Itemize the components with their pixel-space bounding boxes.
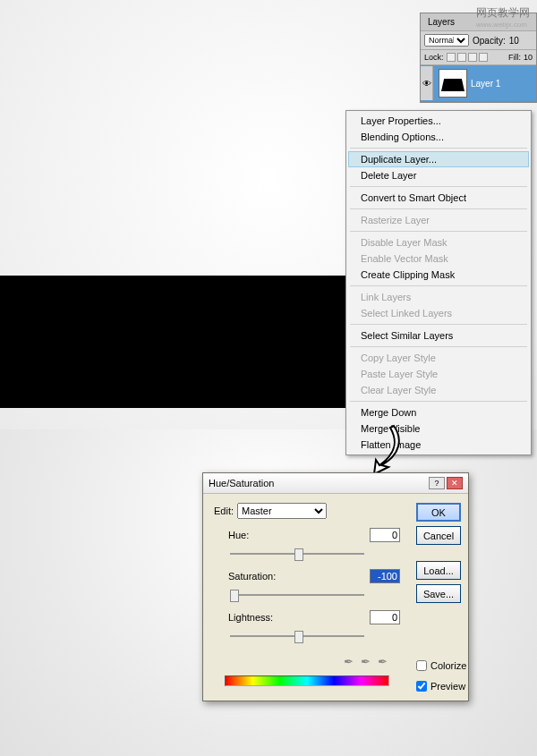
colorize-checkbox-row[interactable]: Colorize — [416, 660, 461, 671]
layers-blend-row: Normal Opacity: 10 — [421, 31, 536, 50]
eyedropper-add-icon[interactable]: ✒ — [361, 655, 371, 668]
menu-clear-layer-style: Clear Layer Style — [348, 382, 529, 398]
menu-separator — [350, 401, 527, 402]
lock-transparent-icon[interactable] — [447, 53, 456, 62]
layer-row[interactable]: 👁 Layer 1 — [421, 65, 536, 102]
menu-separator — [350, 231, 527, 232]
menu-blending-options[interactable]: Blending Options... — [348, 129, 529, 145]
menu-disable-layer-mask: Disable Layer Mask — [348, 234, 529, 251]
menu-copy-layer-style: Copy Layer Style — [348, 350, 529, 366]
shape-black-top — [0, 276, 374, 408]
colorize-checkbox[interactable] — [416, 660, 427, 671]
menu-link-layers: Link Layers — [348, 289, 529, 305]
lock-icons[interactable] — [447, 53, 488, 62]
watermark: 网页教学网 www.webjx.com — [476, 5, 530, 29]
menu-convert-smart-object[interactable]: Convert to Smart Object — [348, 190, 529, 206]
help-button[interactable]: ? — [429, 477, 445, 489]
menu-separator — [350, 186, 527, 187]
eyedropper-subtract-icon[interactable]: ✒ — [378, 655, 388, 668]
watermark-url: www.webjx.com — [476, 21, 530, 29]
saturation-slider[interactable] — [230, 587, 364, 605]
preview-checkbox[interactable] — [416, 681, 427, 692]
lock-all-icon[interactable] — [479, 53, 488, 62]
menu-separator — [350, 148, 527, 149]
dialog-titlebar[interactable]: Hue/Saturation ? ✕ — [203, 473, 468, 494]
lightness-slider[interactable] — [230, 628, 364, 646]
menu-select-linked-layers: Select Linked Layers — [348, 305, 529, 321]
menu-merge-down[interactable]: Merge Down — [348, 404, 529, 420]
menu-separator — [350, 208, 527, 209]
hue-slider[interactable] — [230, 546, 364, 564]
lock-position-icon[interactable] — [468, 53, 477, 62]
lightness-input[interactable] — [370, 610, 400, 624]
close-button[interactable]: ✕ — [447, 477, 463, 489]
fill-value[interactable]: 10 — [524, 53, 533, 62]
menu-enable-vector-mask: Enable Vector Mask — [348, 251, 529, 267]
load-button[interactable]: Load... — [416, 561, 461, 580]
hue-spectrum — [225, 675, 389, 686]
menu-select-similar-layers[interactable]: Select Similar Layers — [348, 327, 529, 344]
opacity-value[interactable]: 10 — [509, 36, 519, 46]
hue-input[interactable] — [370, 528, 400, 542]
menu-layer-properties[interactable]: Layer Properties... — [348, 113, 529, 129]
layer-context-menu: Layer Properties... Blending Options... … — [345, 110, 532, 455]
menu-separator — [350, 285, 527, 286]
layers-tab[interactable]: Layers — [424, 15, 458, 29]
save-button[interactable]: Save... — [416, 584, 461, 603]
menu-rasterize-layer: Rasterize Layer — [348, 212, 529, 228]
dialog-title: Hue/Saturation — [209, 478, 274, 488]
menu-separator — [350, 346, 527, 347]
opacity-label: Opacity: — [473, 36, 506, 46]
fill-label: Fill: — [508, 53, 521, 62]
menu-paste-layer-style: Paste Layer Style — [348, 366, 529, 382]
lock-label: Lock: — [424, 53, 444, 62]
edit-select[interactable]: Master — [237, 503, 327, 519]
saturation-input[interactable] — [370, 569, 400, 583]
edit-label: Edit: — [214, 505, 234, 516]
colorize-label: Colorize — [430, 660, 466, 671]
hue-saturation-dialog: Hue/Saturation ? ✕ Edit: Master Hue: Sat… — [202, 472, 469, 701]
lightness-label: Lightness: — [214, 612, 268, 623]
visibility-eye-icon[interactable]: 👁 — [421, 66, 433, 100]
ok-button[interactable]: OK — [416, 503, 461, 522]
menu-duplicate-layer[interactable]: Duplicate Layer... — [348, 151, 529, 167]
hue-label: Hue: — [214, 530, 268, 540]
preview-label: Preview — [430, 681, 465, 692]
blend-mode-select[interactable]: Normal — [424, 34, 469, 47]
menu-separator — [350, 324, 527, 325]
layers-lock-row: Lock: Fill: 10 — [421, 50, 536, 65]
preview-checkbox-row[interactable]: Preview — [416, 681, 461, 692]
menu-create-clipping-mask[interactable]: Create Clipping Mask — [348, 267, 529, 283]
watermark-title: 网页教学网 — [476, 6, 530, 19]
layer-thumbnail[interactable] — [439, 69, 467, 98]
cancel-button[interactable]: Cancel — [416, 526, 461, 545]
menu-delete-layer[interactable]: Delete Layer — [348, 167, 529, 183]
eyedropper-icon[interactable]: ✒ — [344, 655, 354, 668]
layer-name[interactable]: Layer 1 — [471, 79, 500, 89]
saturation-label: Saturation: — [214, 571, 268, 582]
lock-pixels-icon[interactable] — [457, 53, 466, 62]
